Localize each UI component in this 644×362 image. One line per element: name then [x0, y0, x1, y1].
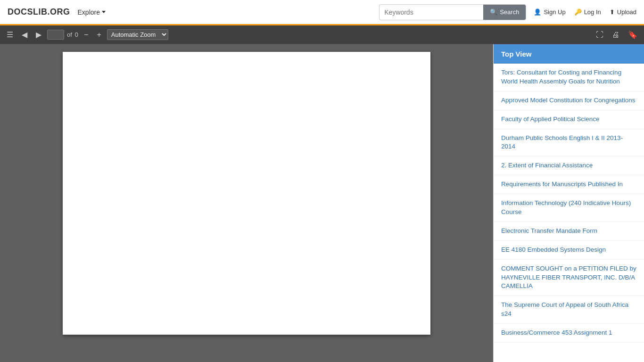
explore-label: Explore [78, 8, 100, 16]
login-button[interactable]: 🔑 Log In [574, 8, 601, 16]
zoom-in-icon: + [97, 31, 101, 39]
sidebar-item: Business/Commerce 453 Assignment 1 [494, 324, 644, 343]
signup-label: Sign Up [544, 8, 565, 16]
sidebar-item-link[interactable]: 2. Extent of Financial Assistance [501, 162, 593, 169]
sidebar-item: Durham Public Schools English I & II 201… [494, 129, 644, 157]
pdf-toolbar: ☰ ◀ ▶ 0 of 0 − + Automatic Zoom ⛶ 🖨 🔖 [0, 25, 644, 44]
toggle-sidebar-button[interactable]: ☰ [4, 28, 16, 41]
bookmark-button[interactable]: 🔖 [625, 28, 640, 41]
sidebar-item: COMMENT SOUGHT on a PETITION FILED by HA… [494, 260, 644, 296]
sidebar-item-link[interactable]: EE 4180 Embedded Systems Design [501, 246, 606, 253]
sidebar-item-link[interactable]: COMMENT SOUGHT on a PETITION FILED by HA… [501, 265, 636, 290]
page-separator: of [67, 31, 72, 38]
sidebar-item-link[interactable]: Faculty of Applied Political Science [501, 115, 600, 123]
bookmark-icon: 🔖 [628, 30, 637, 39]
sidebar-item-link[interactable]: The Supreme Court of Appeal of South Afr… [501, 301, 628, 317]
signup-button[interactable]: 👤 Sign Up [534, 8, 565, 16]
sidebar-item: 2. Extent of Financial Assistance [494, 156, 644, 175]
sidebar-item-link[interactable]: Information Technology (240 Indicative H… [501, 199, 631, 215]
search-input[interactable] [380, 8, 483, 16]
pdf-viewer [0, 44, 493, 362]
sidebar-item: Approved Model Constitution for Congrega… [494, 91, 644, 110]
print-button[interactable]: 🖨 [609, 29, 622, 41]
sidebar-item: Information Technology (240 Indicative H… [494, 194, 644, 222]
sidebar-toggle-icon: ☰ [7, 30, 13, 39]
search-button-label: Search [500, 8, 519, 16]
sidebar-item: Tors: Consultant for Costing and Financi… [494, 64, 644, 91]
fullscreen-button[interactable]: ⛶ [593, 29, 606, 41]
login-label: Log In [584, 8, 601, 16]
zoom-select[interactable]: Automatic Zoom [107, 29, 168, 40]
sidebar-item-link[interactable]: Requirements for Manuscripts Published I… [501, 181, 623, 188]
search-button[interactable]: 🔍 Search [483, 4, 526, 20]
upload-button[interactable]: ⬆ Upload [610, 8, 636, 16]
zoom-out-icon: − [84, 31, 88, 39]
zoom-in-button[interactable]: + [94, 29, 104, 41]
main-content: Top View Tors: Consultant for Costing an… [0, 44, 644, 362]
sidebar-item-link[interactable]: Tors: Consultant for Costing and Financi… [501, 69, 621, 85]
fullscreen-icon: ⛶ [596, 31, 603, 39]
signin-icon: 🔑 [574, 8, 582, 16]
sidebar-item-link[interactable]: Durham Public Schools English I & II 201… [501, 134, 623, 150]
user-icon: 👤 [534, 8, 541, 16]
search-bar: 🔍 Search [379, 4, 526, 20]
toolbar-right-actions: ⛶ 🖨 🔖 [593, 28, 640, 41]
pdf-canvas [63, 52, 430, 335]
zoom-out-button[interactable]: − [81, 29, 91, 41]
sidebar-item-link[interactable]: Approved Model Constitution for Congrega… [501, 97, 635, 104]
sidebar-item: Requirements for Manuscripts Published I… [494, 175, 644, 194]
sidebar-item-link[interactable]: Electronic Transfer Mandate Form [501, 227, 597, 234]
upload-icon: ⬆ [610, 8, 615, 16]
site-logo: DOCSLIB.ORG [8, 7, 70, 17]
prev-page-icon: ◀ [22, 30, 27, 39]
search-icon: 🔍 [490, 8, 497, 16]
prev-page-button[interactable]: ◀ [19, 28, 30, 41]
top-view-sidebar: Top View Tors: Consultant for Costing an… [493, 44, 644, 362]
explore-button[interactable]: Explore [78, 8, 106, 16]
sidebar-item: Electronic Transfer Mandate Form [494, 222, 644, 241]
upload-label: Upload [617, 8, 636, 16]
sidebar-item: EE 4180 Embedded Systems Design [494, 241, 644, 260]
sidebar-item: Faculty of Applied Political Science [494, 110, 644, 129]
header-actions: 👤 Sign Up 🔑 Log In ⬆ Upload [534, 8, 636, 16]
print-icon: 🖨 [612, 31, 619, 39]
header: DOCSLIB.ORG Explore 🔍 Search 👤 Sign Up 🔑… [0, 0, 644, 25]
page-total: 0 [75, 31, 78, 38]
sidebar-item-link[interactable]: Business/Commerce 453 Assignment 1 [501, 329, 612, 336]
sidebar-header: Top View [494, 44, 644, 64]
next-page-icon: ▶ [36, 30, 41, 39]
explore-caret-icon [102, 11, 106, 13]
sidebar-item: The Supreme Court of Appeal of South Afr… [494, 296, 644, 324]
next-page-button[interactable]: ▶ [33, 28, 44, 41]
page-number-input[interactable]: 0 [47, 30, 64, 40]
